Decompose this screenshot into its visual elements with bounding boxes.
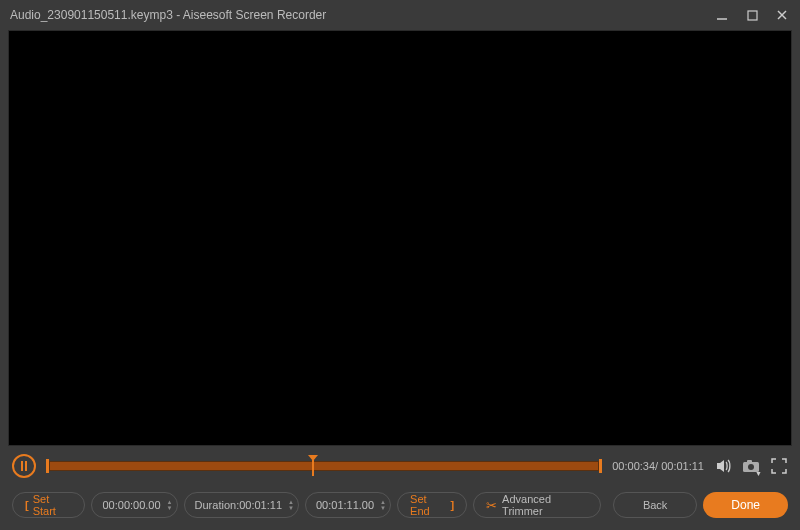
trim-controls: Set Start 00:00:00.00 ▲ ▼ Duration:00:01… [0,486,800,530]
minimize-button[interactable] [714,7,730,23]
fullscreen-icon[interactable] [770,457,788,475]
end-time-field[interactable]: 00:01:11.00 ▲ ▼ [305,492,391,518]
done-button[interactable]: Done [703,492,788,518]
end-step-down-icon[interactable]: ▼ [380,505,386,511]
advanced-trimmer-label: Advanced Trimmer [502,493,588,517]
advanced-trimmer-button[interactable]: ✂ Advanced Trimmer [473,492,601,518]
snapshot-icon[interactable]: ▼ [742,457,760,475]
duration-step-down-icon[interactable]: ▼ [288,505,294,511]
end-time-value: 00:01:11.00 [316,499,374,511]
svg-rect-5 [747,460,752,463]
svg-point-6 [748,464,754,470]
back-button[interactable]: Back [613,492,697,518]
start-step-down-icon[interactable]: ▼ [167,505,173,511]
start-time-value: 00:00:00.00 [102,499,160,511]
appname-text: Aiseesoft Screen Recorder [183,8,326,22]
pause-button[interactable] [12,454,36,478]
duration-label: Duration: [195,499,240,511]
set-end-button[interactable]: Set End [397,492,467,518]
set-end-label: Set End [410,493,446,517]
volume-icon[interactable] [714,457,732,475]
progress-slider[interactable] [46,459,602,473]
progress-handle[interactable] [313,455,314,477]
duration-value: 00:01:11 [239,499,282,511]
video-preview-area[interactable] [8,30,792,446]
current-time: 00:00:34 [612,460,655,472]
done-label: Done [731,498,760,512]
playback-bar: 00:00:34/ 00:01:11 ▼ [0,446,800,486]
duration-field[interactable]: Duration:00:01:11 ▲ ▼ [184,492,299,518]
svg-rect-1 [748,11,757,20]
title-bar: Audio_230901150511.keymp3 - Aiseesoft Sc… [0,0,800,30]
total-time: 00:01:11 [661,460,704,472]
window-title: Audio_230901150511.keymp3 - Aiseesoft Sc… [10,8,714,22]
filename-text: Audio_230901150511.keymp3 [10,8,173,22]
time-display: 00:00:34/ 00:01:11 [612,460,704,472]
window-controls [714,7,790,23]
title-separator: - [173,8,183,22]
set-start-button[interactable]: Set Start [12,492,85,518]
set-start-label: Set Start [33,493,73,517]
scissors-icon: ✂ [486,498,497,513]
close-button[interactable] [774,7,790,23]
back-label: Back [643,499,667,511]
maximize-button[interactable] [744,7,760,23]
snapshot-dropdown-icon[interactable]: ▼ [755,470,762,477]
start-time-field[interactable]: 00:00:00.00 ▲ ▼ [91,492,177,518]
